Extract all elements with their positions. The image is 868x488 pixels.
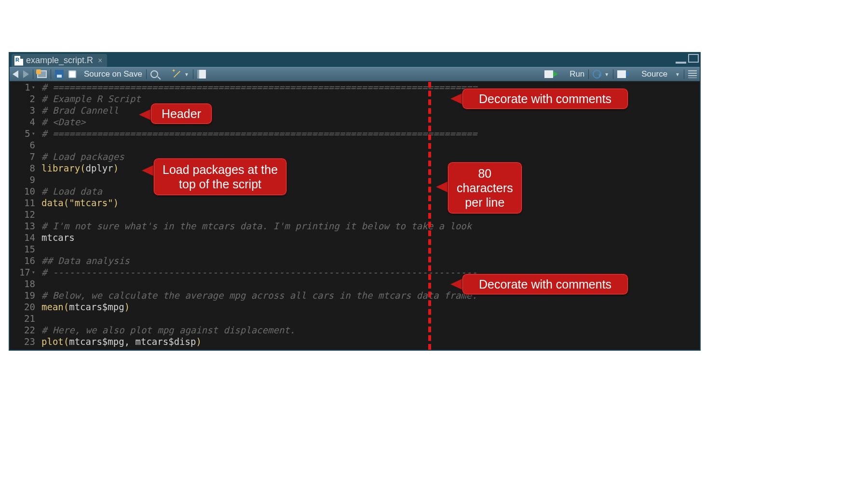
outline-icon[interactable]	[688, 70, 697, 78]
line-number: 14	[10, 232, 37, 243]
save-icon[interactable]	[55, 70, 64, 79]
editor-toolbar: Source on Save ▼ Run ▼ Source	[10, 67, 700, 81]
annotation-decorate-top: Decorate with comments	[462, 88, 628, 109]
line-number: 10	[10, 185, 37, 197]
line-number: 9	[10, 174, 37, 185]
minimize-pane-icon[interactable]	[676, 57, 686, 64]
show-in-new-window-icon[interactable]	[37, 70, 47, 78]
run-icon	[544, 70, 553, 78]
margin-line-80	[428, 82, 431, 350]
line-number: 15	[10, 243, 37, 255]
code-area[interactable]: # ======================================…	[38, 81, 700, 350]
line-number: 21	[10, 313, 37, 324]
line-number: 16	[10, 255, 37, 266]
line-number: 7	[10, 151, 37, 162]
maximize-pane-icon[interactable]	[688, 54, 699, 63]
r-file-icon	[14, 56, 23, 66]
fold-toggle-icon[interactable]: ▾	[32, 81, 35, 93]
line-number: 6	[10, 139, 37, 151]
run-button[interactable]: Run	[544, 69, 584, 79]
source-label: Source	[641, 69, 667, 79]
line-number: 11	[10, 197, 37, 209]
run-label: Run	[570, 69, 584, 79]
window-controls	[676, 54, 699, 64]
line-number: 2	[10, 93, 37, 105]
line-number: 5▾	[10, 128, 37, 139]
find-icon[interactable]	[150, 70, 158, 78]
line-number-gutter: 1▾2345▾67891011121314151617▾181920212223	[10, 81, 38, 350]
line-number: 22	[10, 324, 37, 336]
rerun-icon[interactable]	[593, 70, 601, 79]
compile-report-icon[interactable]	[197, 70, 206, 79]
editor-body: 1▾2345▾67891011121314151617▾181920212223…	[10, 81, 700, 350]
rerun-caret-icon[interactable]: ▼	[604, 72, 609, 77]
line-number: 20	[10, 301, 37, 313]
line-number: 3	[10, 105, 37, 116]
source-icon	[617, 70, 626, 78]
code-tools-caret-icon[interactable]: ▼	[184, 72, 189, 77]
source-caret-icon[interactable]: ▼	[675, 72, 680, 77]
fold-toggle-icon[interactable]: ▾	[32, 128, 35, 139]
line-number: 1▾	[10, 81, 37, 93]
source-on-save-checkbox[interactable]	[68, 70, 76, 78]
line-number: 19	[10, 290, 37, 301]
line-number: 17▾	[10, 266, 37, 278]
close-tab-icon[interactable]: ×	[98, 56, 102, 65]
back-icon[interactable]	[13, 70, 18, 78]
source-button[interactable]: Source ▼	[617, 69, 680, 79]
annotation-decorate-mid: Decorate with comments	[462, 274, 628, 295]
tab-title: example_script.R	[26, 55, 93, 66]
annotation-load-packages: Load packages at the top of the script	[153, 158, 287, 196]
forward-icon[interactable]	[23, 70, 29, 78]
line-number: 13	[10, 220, 37, 232]
annotation-header: Header	[150, 103, 212, 124]
fold-toggle-icon[interactable]: ▾	[32, 266, 35, 278]
line-number: 4	[10, 116, 37, 128]
annotation-80-chars: 80 characters per line	[448, 162, 522, 214]
line-number: 18	[10, 278, 37, 290]
line-number: 23	[10, 336, 37, 347]
tab-bar: example_script.R ×	[10, 53, 700, 67]
line-number: 12	[10, 209, 37, 220]
file-tab-example-script[interactable]: example_script.R ×	[12, 54, 107, 67]
code-text[interactable]: # ======================================…	[38, 81, 700, 347]
source-on-save-label: Source on Save	[84, 69, 142, 79]
line-number: 8	[10, 162, 37, 174]
code-tools-icon[interactable]	[173, 70, 181, 79]
